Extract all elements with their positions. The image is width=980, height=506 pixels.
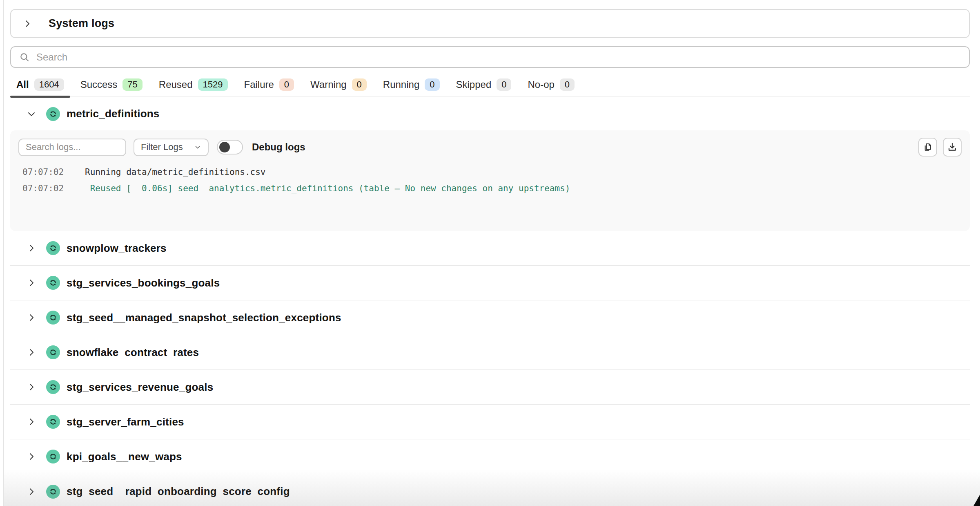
node-row-stg-services-bookings-goals[interactable]: stg_services_bookings_goals <box>10 266 970 300</box>
reused-status-icon <box>46 241 60 255</box>
search-input[interactable] <box>36 51 281 63</box>
node-label: snowflake_contract_rates <box>67 346 199 359</box>
node-row-snowplow-trackers[interactable]: snowplow_trackers <box>10 231 970 266</box>
node-label: stg_seed__rapid_onboarding_score_config <box>67 485 290 498</box>
chevron-right-icon[interactable] <box>27 313 36 322</box>
count-badge: 75 <box>122 78 142 91</box>
node-row-metric-definitions[interactable]: metric_definitions <box>10 97 970 130</box>
system-logs-header[interactable]: System logs <box>10 9 970 38</box>
node-row-stg-seed-rapid-onboarding-score-config[interactable]: stg_seed__rapid_onboarding_score_config <box>10 474 970 506</box>
debug-logs-label: Debug logs <box>252 141 305 153</box>
reused-status-icon <box>46 311 60 325</box>
active-tab-underline <box>10 96 70 98</box>
node-label: stg_seed__managed_snapshot_selection_exc… <box>67 311 341 324</box>
reused-status-icon <box>46 276 60 290</box>
tab-warning[interactable]: Warning 0 <box>304 78 373 96</box>
tab-all[interactable]: All 1604 <box>10 78 70 96</box>
logs-toolbar: Filter Logs Debug logs <box>18 138 962 157</box>
node-row-kpi-goals-new-waps[interactable]: kpi_goals__new_waps <box>10 439 970 474</box>
log-message: Reused [ 0.06s] seed analytics.metric_de… <box>85 180 570 197</box>
node-row-stg-server-farm-cities[interactable]: stg_server_farm_cities <box>10 405 970 439</box>
reused-status-icon <box>46 415 60 429</box>
chevron-right-icon[interactable] <box>27 417 36 427</box>
node-label: metric_definitions <box>67 107 160 120</box>
log-search-input[interactable] <box>26 142 119 152</box>
tab-failure[interactable]: Failure 0 <box>238 78 301 96</box>
log-line: 07:07:02 Running data/metric_definitions… <box>18 164 962 180</box>
search-icon <box>19 52 30 63</box>
logs-panel: Filter Logs Debug logs <box>10 130 970 231</box>
node-row-stg-seed-managed-snapshot-selection-exceptions[interactable]: stg_seed__managed_snapshot_selection_exc… <box>10 300 970 335</box>
node-label: stg_services_bookings_goals <box>67 277 220 289</box>
log-output: 07:07:02 Running data/metric_definitions… <box>18 164 962 197</box>
chevron-right-icon[interactable] <box>27 487 36 497</box>
node-list: snowplow_trackers stg_services_bookings_… <box>10 231 970 506</box>
count-badge: 1529 <box>198 78 228 91</box>
node-label: stg_server_farm_cities <box>67 416 184 428</box>
download-icon <box>947 142 958 152</box>
node-label: stg_services_revenue_goals <box>67 381 213 394</box>
tab-success[interactable]: Success 75 <box>74 78 149 96</box>
log-timestamp: 07:07:02 <box>22 180 85 197</box>
toggle-knob <box>219 142 230 152</box>
cursor-artifact <box>973 495 980 506</box>
tab-noop[interactable]: No-op 0 <box>521 78 581 96</box>
count-badge: 0 <box>352 78 367 91</box>
tab-running[interactable]: Running 0 <box>377 78 446 96</box>
chevron-right-icon[interactable] <box>27 243 36 253</box>
reused-status-icon <box>46 380 60 394</box>
chevron-down-icon[interactable] <box>27 109 36 119</box>
node-label: kpi_goals__new_waps <box>67 450 182 463</box>
count-badge: 0 <box>560 78 575 91</box>
chevron-right-icon <box>22 19 32 29</box>
pane-left-divider <box>3 0 4 506</box>
count-badge: 0 <box>425 78 439 91</box>
chevron-down-icon <box>194 143 201 151</box>
chevron-right-icon[interactable] <box>27 278 36 288</box>
reused-status-icon <box>46 345 60 359</box>
search-box[interactable] <box>10 46 970 68</box>
reused-status-icon <box>46 485 60 499</box>
filter-logs-dropdown[interactable]: Filter Logs <box>134 139 209 156</box>
download-logs-button[interactable] <box>943 138 962 157</box>
log-timestamp: 07:07:02 <box>22 164 85 180</box>
system-logs-title: System logs <box>49 17 114 30</box>
chevron-right-icon[interactable] <box>27 347 36 357</box>
node-row-snowflake-contract-rates[interactable]: snowflake_contract_rates <box>10 335 970 370</box>
tab-reused[interactable]: Reused 1529 <box>153 78 234 96</box>
reused-status-icon <box>46 107 60 121</box>
copy-logs-button[interactable] <box>918 138 937 157</box>
count-badge: 0 <box>279 78 294 91</box>
log-search-box[interactable] <box>18 139 126 156</box>
copy-icon <box>922 142 933 152</box>
log-line: 07:07:02 Reused [ 0.06s] seed analytics.… <box>18 180 962 197</box>
log-message: Running data/metric_definitions.csv <box>85 164 266 180</box>
debug-logs-toggle[interactable] <box>217 140 243 154</box>
log-viewer-page: System logs All 1604 Success 75 Reus <box>0 0 980 506</box>
count-badge: 0 <box>497 78 511 91</box>
chevron-right-icon[interactable] <box>27 382 36 392</box>
tab-skipped[interactable]: Skipped 0 <box>450 78 518 96</box>
reused-status-icon <box>46 450 60 463</box>
count-badge: 1604 <box>34 78 64 91</box>
node-row-stg-services-revenue-goals[interactable]: stg_services_revenue_goals <box>10 370 970 405</box>
chevron-right-icon[interactable] <box>27 452 36 461</box>
node-label: snowplow_trackers <box>67 242 167 255</box>
status-tabs: All 1604 Success 75 Reused 1529 Failure … <box>10 78 970 97</box>
